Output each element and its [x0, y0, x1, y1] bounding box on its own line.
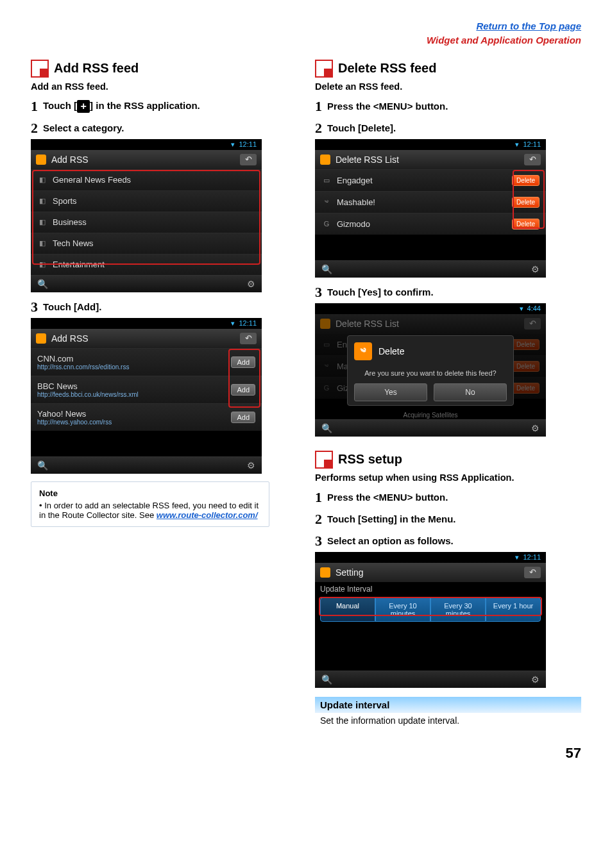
feed-source-icon: ▭ [321, 175, 332, 185]
list-item-label: Entertainment [53, 260, 105, 269]
back-button[interactable]: ↶ [240, 333, 257, 344]
back-button[interactable]: ↶ [240, 154, 257, 165]
interval-segment[interactable]: Every 10 minutes [375, 597, 430, 622]
section-marker-icon [315, 60, 333, 78]
feed-url: http://feeds.bbci.co.uk/news/rss.xml [37, 391, 226, 398]
rss-app-icon [320, 154, 330, 165]
no-button[interactable]: No [434, 383, 507, 401]
return-top-link[interactable]: Return to the Top page [476, 21, 581, 31]
feed-source-icon: G [321, 383, 332, 393]
rss-app-icon [36, 154, 46, 165]
device-screenshot: ▾12:11 Delete RSS List ↶ ▭EngadgetDelete… [315, 139, 546, 278]
feed-name: Mashable! [337, 197, 507, 207]
add-button[interactable]: Add [231, 356, 255, 368]
screen-title: Setting [336, 567, 524, 578]
interval-segment[interactable]: Manual [320, 597, 375, 622]
route-collector-link[interactable]: www.route-collector.com/ [157, 510, 258, 520]
note-title: Note [39, 488, 261, 498]
list-item[interactable]: ◧Tech News [31, 233, 262, 254]
rss-app-icon [36, 333, 46, 344]
back-button[interactable]: ↶ [524, 318, 541, 330]
delete-rss-title: Delete RSS feed [338, 61, 436, 76]
screen-title: Delete RSS List [336, 319, 524, 329]
wifi-icon: ▾ [515, 553, 519, 562]
back-button[interactable]: ↶ [524, 154, 541, 165]
section-marker-icon [315, 451, 333, 469]
list-item[interactable]: ◧Entertainment [31, 254, 262, 275]
feed-source-icon: ▭ [321, 339, 332, 349]
update-interval-text: Set the information update interval. [315, 713, 581, 726]
delete-step-3: Touch [Yes] to confirm. [327, 287, 434, 297]
delete-button[interactable]: Delete [512, 197, 540, 208]
step-number: 1 [315, 490, 322, 505]
feed-name: Yahoo! News [37, 409, 226, 419]
gear-icon[interactable]: ⚙ [531, 264, 540, 274]
step-number: 3 [31, 300, 38, 314]
add-button[interactable]: Add [231, 384, 255, 396]
list-item[interactable]: ◧Sports [31, 190, 262, 212]
list-item: BBC Newshttp://feeds.bbci.co.uk/news/rss… [31, 376, 262, 403]
voice-icon[interactable]: 🔍 [321, 674, 332, 685]
category-icon: ◧ [37, 217, 47, 228]
step-3-text: Touch [Add]. [43, 301, 101, 312]
rss-app-icon [320, 319, 330, 329]
category-icon: ◧ [37, 175, 47, 185]
feed-name: Gizmodo [337, 219, 507, 229]
rss-setup-desc: Performs setup when using RSS Applicatio… [315, 472, 581, 483]
step-number: 1 [31, 99, 38, 113]
clock-text: 12:11 [523, 553, 541, 562]
delete-button: Delete [512, 383, 540, 394]
delete-button[interactable]: Delete [512, 219, 540, 230]
voice-icon[interactable]: 🔍 [37, 279, 48, 289]
rss-dialog-icon: ༄ [354, 342, 372, 360]
back-button[interactable]: ↶ [524, 567, 541, 578]
page-number: 57 [31, 745, 581, 762]
list-item: Yahoo! Newshttp://news.yahoo.com/rssAdd [31, 403, 262, 431]
list-item[interactable]: ◧General News Feeds [31, 169, 262, 190]
add-button[interactable]: Add [231, 412, 255, 423]
wifi-icon: ▾ [520, 305, 523, 313]
list-item-label: Business [53, 217, 87, 227]
feed-source-icon: ༄ [321, 197, 332, 207]
list-item-label: Sports [53, 196, 77, 206]
voice-icon[interactable]: 🔍 [321, 264, 332, 274]
feed-name: CNN.com [37, 354, 226, 363]
step-number: 2 [315, 512, 322, 526]
list-item: GGizmodoDelete [315, 213, 546, 235]
list-item-label: Tech News [53, 238, 94, 248]
step-number: 3 [315, 534, 322, 548]
device-screenshot: ▾4:44 Delete RSS List ↶ ▭EngaDelete༄MasD… [315, 303, 546, 437]
gear-icon[interactable]: ⚙ [247, 460, 255, 471]
wifi-icon: ▾ [515, 140, 519, 149]
setup-step-3: Select an option as follows. [327, 535, 454, 546]
rss-setup-title: RSS setup [338, 452, 402, 467]
voice-icon[interactable]: 🔍 [321, 423, 332, 433]
update-interval-label: Update Interval [315, 582, 546, 594]
yes-button[interactable]: Yes [354, 383, 427, 401]
step-2-text: Select a category. [43, 122, 124, 133]
step-1-text: Touch [+] in the RSS application. [43, 100, 200, 113]
feed-source-icon: ༄ [321, 361, 332, 371]
voice-icon[interactable]: 🔍 [37, 460, 48, 471]
category-icon: ◧ [37, 238, 47, 249]
delete-step-2: Touch [Delete]. [327, 122, 396, 133]
list-item[interactable]: ◧Business [31, 212, 262, 233]
list-item-label: General News Feeds [53, 175, 131, 185]
interval-segment[interactable]: Every 30 minutes [430, 597, 486, 622]
screen-title: Add RSS [51, 154, 240, 165]
interval-segment[interactable]: Every 1 hour [486, 597, 541, 622]
delete-button: Delete [512, 339, 540, 350]
update-interval-heading: Update interval [315, 697, 581, 713]
delete-rss-desc: Delete an RSS feed. [315, 81, 581, 92]
plus-icon: + [77, 100, 90, 113]
delete-button[interactable]: Delete [512, 175, 540, 186]
device-screenshot: ▾12:11 Add RSS ↶ ◧General News Feeds◧Spo… [31, 139, 262, 292]
gear-icon[interactable]: ⚙ [247, 279, 255, 289]
gear-icon[interactable]: ⚙ [531, 423, 540, 433]
right-column: Delete RSS feed Delete an RSS feed. 1 Pr… [315, 57, 581, 726]
device-screenshot: ▾12:11 Setting ↶ Update Interval ManualE… [315, 552, 546, 688]
gear-icon[interactable]: ⚙ [531, 674, 540, 685]
screen-title: Delete RSS List [336, 154, 524, 165]
step-number: 2 [31, 121, 38, 135]
delete-dialog: ༄ Delete Are you sure you want to delete… [347, 335, 514, 406]
